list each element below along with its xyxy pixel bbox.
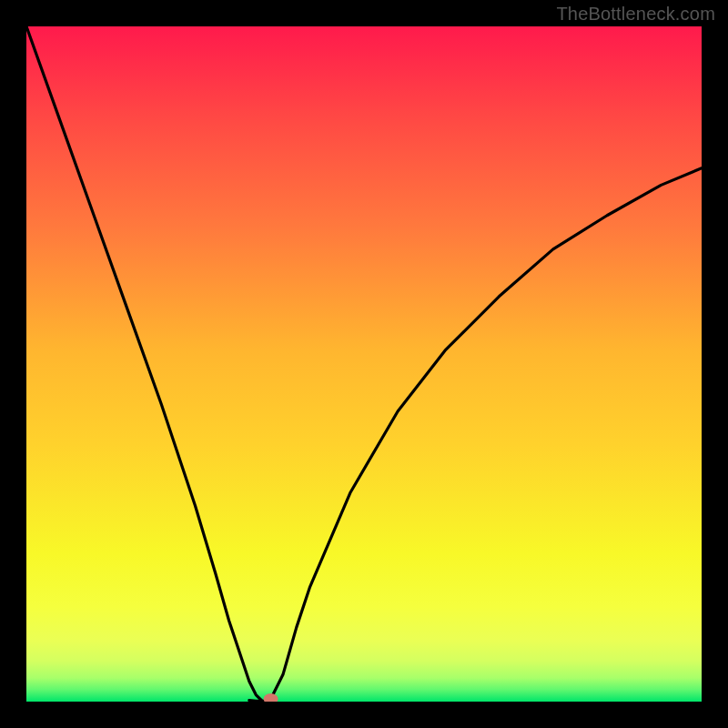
- chart-frame: TheBottleneck.com: [0, 0, 728, 728]
- plot-area: [26, 26, 702, 702]
- watermark-text: TheBottleneck.com: [556, 4, 715, 25]
- bottleneck-chart: [26, 26, 702, 702]
- gradient-background: [26, 26, 702, 702]
